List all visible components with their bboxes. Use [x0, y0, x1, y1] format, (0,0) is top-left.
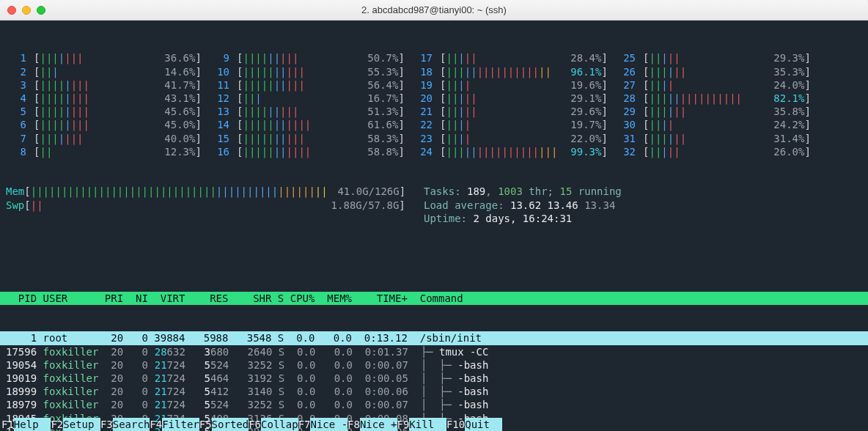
cpu-meter: 24 [||||||||||||||||||99.3%] — [412, 145, 615, 158]
fkey: F9 — [397, 419, 410, 430]
fkey: F5 — [199, 419, 212, 430]
cpu-meter: 23 [|||| 22.0%] — [412, 132, 615, 145]
cpu-meter: 28 [||||||||||||||| 82.1%] — [615, 92, 818, 105]
cpu-meter: 1 [||||||| 36.6%] — [6, 51, 209, 65]
window-title: 2. abcdabcd987@tianyi00: ~ (ssh) — [0, 4, 868, 15]
process-row[interactable]: 19019 foxkiller 20 0 21724 5464 3192 S 0… — [6, 372, 862, 385]
terminal-window: 2. abcdabcd987@tianyi00: ~ (ssh) 1 [||||… — [0, 0, 868, 431]
cpu-meter: 20 [||||| 29.1%] — [412, 92, 615, 105]
cpu-meter: 22 [|||| 19.7%] — [412, 118, 615, 131]
fkey-label[interactable]: Nice - — [310, 418, 347, 431]
fkey-label[interactable]: Nice + — [360, 418, 397, 431]
process-row[interactable]: 1 root 20 0 39884 5988 3548 S 0.0 0.0 0:… — [0, 331, 868, 345]
cpu-meter: 26 [|||||| 35.3%] — [615, 65, 818, 78]
process-row[interactable]: 19054 foxkiller 20 0 21724 5524 3252 S 0… — [6, 358, 862, 372]
cpu-meter: 17 [||||| 28.4%] — [412, 51, 615, 65]
mem-block: Mem[||||||||||||||||||||||||||||||||||||… — [6, 185, 862, 225]
fkey-label[interactable]: Kill — [409, 418, 446, 431]
terminal-content[interactable]: 1 [||||||| 36.6%] 2 [||| 14.6%] 3 [|||||… — [0, 21, 868, 431]
cpu-meter: 27 [|||| 24.0%] — [615, 78, 818, 92]
titlebar: 2. abcdabcd987@tianyi00: ~ (ssh) — [0, 0, 868, 21]
cpu-meter: 5 [|||||||| 45.6%] — [6, 105, 209, 118]
cpu-meter: 25 [||||| 29.3%] — [615, 51, 818, 65]
cpu-meter: 16 [||||||||||| 58.8%] — [209, 145, 412, 158]
fkey: F6 — [249, 419, 261, 430]
fkey: F2 — [51, 419, 63, 430]
cpu-meter: 13 [||||||||| 51.3%] — [209, 105, 412, 118]
fkey-label[interactable]: Filter — [162, 418, 199, 431]
cpu-meter: 19 [|||| 19.6%] — [412, 78, 615, 92]
process-row[interactable]: 18979 foxkiller 20 0 21724 5524 3252 S 0… — [6, 398, 862, 411]
cpu-meter: 14 [||||||||||| 61.6%] — [209, 118, 412, 131]
cpu-meter: 10 [|||||||||| 55.3%] — [209, 65, 412, 78]
cpu-meter: 2 [||| 14.6%] — [6, 65, 209, 78]
fkey-label[interactable]: Help — [14, 418, 51, 431]
process-header[interactable]: PID USER PRI NI VIRT RES SHR S CPU% MEM%… — [0, 292, 868, 305]
fkey: F4 — [150, 419, 162, 430]
cpu-meter: 3 [|||||||| 41.7%] — [6, 78, 209, 92]
cpu-meter: 21 [||||| 29.6%] — [412, 105, 615, 118]
cpu-meter: 7 [||||||| 40.0%] — [6, 132, 209, 145]
cpu-meter: 6 [|||||||| 45.0%] — [6, 118, 209, 131]
fkey: F10 — [446, 419, 465, 430]
cpu-meter: 29 [|||||| 35.8%] — [615, 105, 818, 118]
cpu-meter: 15 [|||||||||| 58.3%] — [209, 132, 412, 145]
process-list: 1 root 20 0 39884 5988 3548 S 0.0 0.0 0:… — [6, 331, 862, 431]
cpu-meter: 30 [|||| 24.2%] — [615, 118, 818, 131]
cpu-meter: 4 [|||||||| 43.1%] — [6, 92, 209, 105]
fkey-label[interactable]: Search — [113, 418, 150, 431]
cpu-meter: 12 [||| 16.7%] — [209, 92, 412, 105]
cpu-meter: 31 [|||||| 31.4%] — [615, 132, 818, 145]
cpu-meter: 9 [||||||||| 50.7%] — [209, 51, 412, 65]
cpu-meter: 18 [||||||||||||||||| 96.1%] — [412, 65, 615, 78]
cpu-meter: 8 [|| 12.3%] — [6, 145, 209, 158]
fkey-label[interactable]: Collap — [261, 418, 298, 431]
fkey: F7 — [298, 419, 311, 430]
fkey: F1 — [1, 419, 14, 430]
cpu-meter: 32 [||||| 26.0%] — [615, 145, 818, 158]
fkey-label[interactable]: Sorted — [212, 418, 249, 431]
fkey-label[interactable]: Setup — [63, 418, 100, 431]
cpu-meter: 11 [|||||||||| 56.4%] — [209, 78, 412, 92]
cpu-meters: 1 [||||||| 36.6%] 2 [||| 14.6%] 3 [|||||… — [6, 51, 862, 158]
process-row[interactable]: 17596 foxkiller 20 0 28632 3680 2640 S 0… — [6, 345, 862, 358]
fkey: F3 — [100, 419, 113, 430]
process-row[interactable]: 18999 foxkiller 20 0 21724 5412 3140 S 0… — [6, 385, 862, 398]
function-key-bar: F1Help F2Setup F3SearchF4FilterF5SortedF… — [0, 418, 868, 431]
fkey: F8 — [347, 419, 360, 430]
fkey-label[interactable]: Quit — [465, 418, 502, 431]
